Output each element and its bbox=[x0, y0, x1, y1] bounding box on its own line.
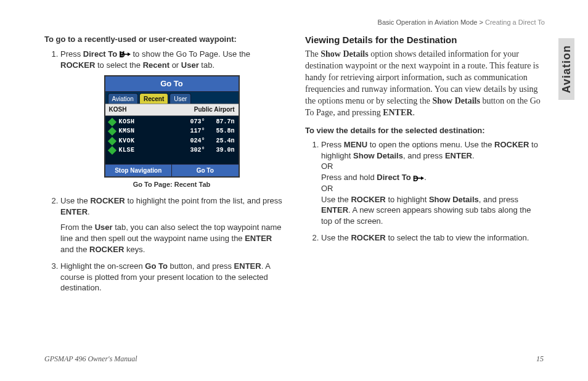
right-heading: To view the details for the selected des… bbox=[305, 125, 544, 136]
figure-caption: Go To Page: Recent Tab bbox=[104, 180, 240, 189]
device-row: KMSN 117° 55.8n bbox=[108, 126, 236, 136]
breadcrumb-sub: Creating a Direct To bbox=[485, 18, 545, 26]
waypoint-icon bbox=[107, 137, 116, 145]
device-list: KOSH 073° 87.7n KMSN 117° 55.8n bbox=[105, 116, 239, 164]
direct-to-icon: D bbox=[120, 49, 131, 60]
or-label-2: OR bbox=[321, 184, 333, 193]
side-tab-aviation: Aviation bbox=[558, 38, 574, 100]
left-step-2: Use the ROCKER to highlight the point fr… bbox=[60, 195, 283, 255]
device-title: Go To bbox=[105, 76, 239, 92]
device-goto-button: Go To bbox=[172, 165, 239, 177]
right-step-1: Press MENU to open the options menu. Use… bbox=[321, 139, 544, 226]
left-heading: To go to a recently-used or user-created… bbox=[44, 34, 283, 45]
breadcrumb: Basic Operation in Aviation Mode > Creat… bbox=[378, 18, 545, 26]
left-step-3: Highlight the on-screen Go To button, an… bbox=[60, 261, 283, 293]
device-tab-user: User bbox=[169, 93, 191, 104]
left-column: To go to a recently-used or user-created… bbox=[44, 34, 283, 350]
device-row: KLSE 302° 39.0n bbox=[108, 145, 236, 155]
device-button-row: Stop Navigation Go To bbox=[105, 164, 239, 177]
device-figure: Go To Aviation Recent User KOSH Public A… bbox=[104, 75, 240, 189]
waypoint-icon bbox=[107, 118, 116, 126]
footer-page-number: 15 bbox=[536, 354, 544, 364]
side-tab-label: Aviation bbox=[560, 45, 573, 93]
right-column: Viewing Details for the Destination The … bbox=[305, 34, 544, 350]
right-section-title: Viewing Details for the Destination bbox=[305, 34, 544, 46]
svg-text:D: D bbox=[120, 51, 125, 58]
or-label-1: OR bbox=[321, 162, 333, 171]
right-step-2: Use the ROCKER to select the tab to view… bbox=[321, 232, 544, 244]
left-step-1: Press Direct To D to show the Go bbox=[60, 49, 283, 190]
device-row: KVOK 024° 25.4n bbox=[108, 136, 236, 146]
device-row: KOSH 073° 87.7n bbox=[108, 117, 236, 127]
device-stop-nav-button: Stop Navigation bbox=[105, 165, 173, 177]
device-subhead-right: Public Airport bbox=[194, 105, 235, 114]
breadcrumb-main: Basic Operation in Aviation Mode bbox=[378, 18, 478, 26]
direct-to-icon: D bbox=[413, 173, 424, 184]
device-tab-recent: Recent bbox=[139, 93, 168, 104]
page-footer: GPSMAP 496 Owner's Manual 15 bbox=[44, 354, 544, 364]
gps-screen: Go To Aviation Recent User KOSH Public A… bbox=[104, 75, 240, 178]
device-tab-aviation: Aviation bbox=[108, 93, 138, 104]
breadcrumb-sep: > bbox=[479, 18, 483, 26]
footer-left: GPSMAP 496 Owner's Manual bbox=[44, 354, 137, 364]
device-subhead: KOSH Public Airport bbox=[105, 104, 239, 116]
right-intro-para: The Show Details option shows detailed i… bbox=[305, 49, 544, 118]
waypoint-icon bbox=[107, 146, 116, 155]
waypoint-icon bbox=[107, 127, 116, 136]
left-step-2-note: From the User tab, you can also select t… bbox=[60, 222, 283, 255]
device-tabs: Aviation Recent User bbox=[105, 92, 239, 104]
device-subhead-left: KOSH bbox=[109, 105, 127, 114]
